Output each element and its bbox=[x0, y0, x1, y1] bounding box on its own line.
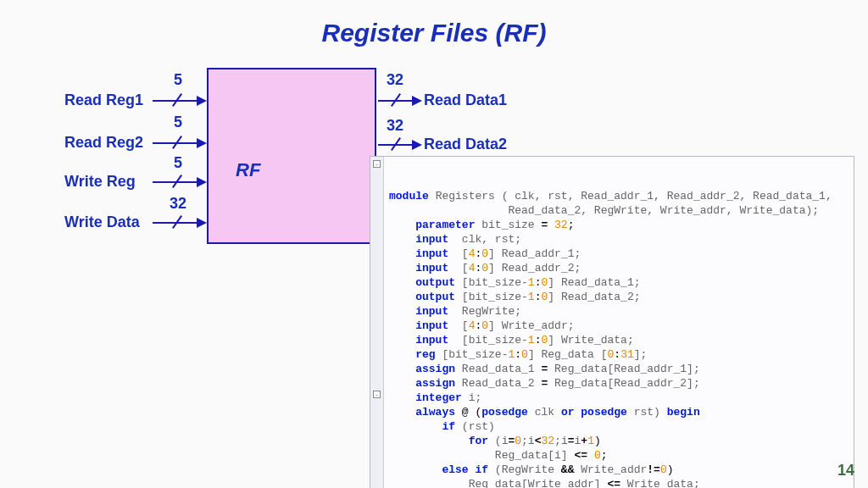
fold-icon: - bbox=[373, 391, 381, 398]
port-read-reg2-label: Read Reg2 bbox=[64, 134, 143, 152]
arrow-right-icon bbox=[197, 96, 207, 106]
port-read-data1-width: 32 bbox=[387, 71, 403, 89]
code-panel: - - module Registers ( clk, rst, Read_ad… bbox=[370, 156, 854, 488]
arrow-right-icon bbox=[197, 138, 207, 148]
code-gutter: - - bbox=[370, 157, 384, 488]
rf-block-label: RF bbox=[236, 159, 260, 181]
rf-block bbox=[207, 68, 376, 244]
port-read-reg2-width: 5 bbox=[174, 114, 182, 131]
fold-icon: - bbox=[373, 160, 381, 168]
port-read-data2-width: 32 bbox=[387, 117, 403, 135]
arrow-right-icon bbox=[197, 218, 207, 228]
arrow-right-icon bbox=[197, 177, 207, 187]
port-read-reg1-label: Read Reg1 bbox=[64, 92, 143, 109]
port-write-data-width: 32 bbox=[170, 195, 186, 213]
port-read-data1-label: Read Data1 bbox=[424, 92, 507, 109]
arrow-right-icon bbox=[412, 96, 422, 106]
page-number: 14 bbox=[837, 462, 854, 480]
arrow-right-icon bbox=[412, 140, 422, 150]
port-read-reg1-width: 5 bbox=[174, 71, 182, 89]
port-write-data-label: Write Data bbox=[64, 214, 140, 231]
port-write-reg-label: Write Reg bbox=[64, 173, 136, 191]
port-write-reg-width: 5 bbox=[174, 154, 182, 172]
port-read-data2-label: Read Data2 bbox=[424, 136, 507, 153]
page-title: Register Files (RF) bbox=[0, 0, 868, 47]
